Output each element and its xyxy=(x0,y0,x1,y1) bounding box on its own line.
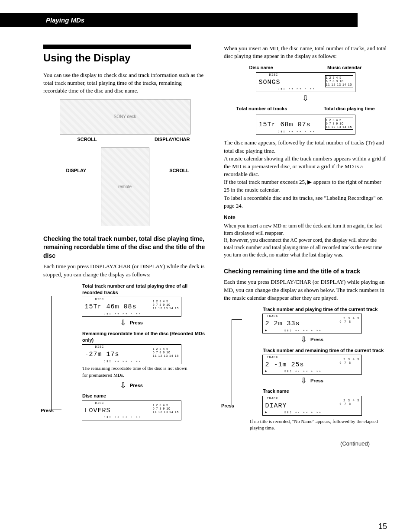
right-paragraph: The disc name appears, followed by the t… xyxy=(224,139,387,210)
label-display: DISPLAY xyxy=(66,167,87,174)
right-column: When you insert an MD, the disc name, to… xyxy=(224,45,387,448)
lcd-display-2: DISC -27m 17s 1 2 3 4 56 7 8 9 1011 12 1… xyxy=(82,344,181,364)
lcd-display-3: DISC LOVERS 1 2 3 4 56 7 8 9 1011 12 13 … xyxy=(82,401,181,420)
right-intro: When you insert an MD, the disc name, to… xyxy=(224,45,387,60)
lcd2-label-2: Track number and remaining time of the c… xyxy=(263,347,387,354)
press2-step-2: ⇩ Press xyxy=(237,375,387,386)
lcd2-display-2: TRACK 2 -1m 25s 2 3 4 5 6 7 8 ▶ ▯▮▯ ◂◂ ▸… xyxy=(262,355,362,375)
lcd-bot: 15Tr 68m 07s 1 2 3 4 56 7 8 9 1011 12 13… xyxy=(256,115,355,135)
arrow-down-icon: ⇩ xyxy=(120,317,126,328)
page-title: Using the Display xyxy=(43,45,191,65)
remote-illustration: remote xyxy=(101,147,149,226)
device-illustration: SONY deck xyxy=(60,99,190,135)
lcd-label-1: Total track number and total playing tim… xyxy=(82,283,206,296)
press-step-1: ⇩ Press xyxy=(56,317,206,328)
continued-label: (Continued) xyxy=(224,440,387,448)
subsection-body-1: Each time you press DISPLAY/CHAR (or DIS… xyxy=(43,263,206,278)
label-discname: Disc name xyxy=(249,64,273,71)
arrow-down-icon: ⇩ xyxy=(224,93,387,104)
lcd2-display-3: TRACK DIARY 2 3 4 5 6 7 8 ▶ ▯▮▯ ◂◂ ▸◂ ▸ … xyxy=(262,396,362,416)
note-title: Note xyxy=(224,214,387,221)
footnote: If no title is recorded, "No Name" appea… xyxy=(250,418,387,432)
note-body: When you insert a new MD or turn off the… xyxy=(224,222,387,259)
label-totaltime: Total disc playing time xyxy=(324,106,375,112)
left-column: Using the Display You can use the displa… xyxy=(43,45,206,448)
subsection-heading-1: Checking the total track number, total d… xyxy=(43,235,206,260)
press2-step-1: ⇩ Press xyxy=(237,334,387,345)
lcd2-display-1: TRACK 2 2m 33s 2 3 4 5 6 7 8 ▶ ▯▮▯ ◂◂ ▸◂… xyxy=(262,314,362,333)
label-displaychar: DISPLAY/CHAR xyxy=(155,136,190,143)
label-scroll: SCROLL xyxy=(77,136,97,143)
press2-left-label: Press xyxy=(221,403,234,409)
press-step-2: ⇩ Press xyxy=(56,380,206,391)
label-scroll-remote: SCROLL xyxy=(169,167,189,174)
lcd-label-3: Disc name xyxy=(82,393,206,399)
arrow-down-icon: ⇩ xyxy=(300,334,307,345)
lcd2-label-3: Track name xyxy=(263,388,387,394)
arrow-down-icon: ⇩ xyxy=(300,375,307,386)
subsection-heading-2: Checking remaining time and the title of… xyxy=(224,267,387,276)
lcd-note-2: The remaining recordable time of the dis… xyxy=(82,365,190,378)
section-header: Playing MDs xyxy=(0,13,358,27)
subsection-body-2: Each time you press DISPLAY/CHAR (or DIS… xyxy=(224,278,387,302)
lcd-display-1: DISC 15Tr 46m 08s 1 2 3 4 56 7 8 9 1011 … xyxy=(82,297,181,317)
label-musiccalendar: Music calendar xyxy=(327,64,361,71)
lcd-label-2: Remaining recordable time of the disc (R… xyxy=(82,330,206,344)
lcd2-label-1: Track number and playing time of the cur… xyxy=(263,306,387,313)
lcd-top: DISC SONGS 1 2 3 4 56 7 8 9 1011 12 13 1… xyxy=(256,72,355,92)
press-left-label: Press xyxy=(41,407,54,414)
intro-paragraph: You can use the display to check disc an… xyxy=(43,71,206,95)
arrow-down-icon: ⇩ xyxy=(120,380,126,391)
page-number: 15 xyxy=(378,521,387,532)
label-totaltracks: Total number of tracks xyxy=(236,106,287,112)
